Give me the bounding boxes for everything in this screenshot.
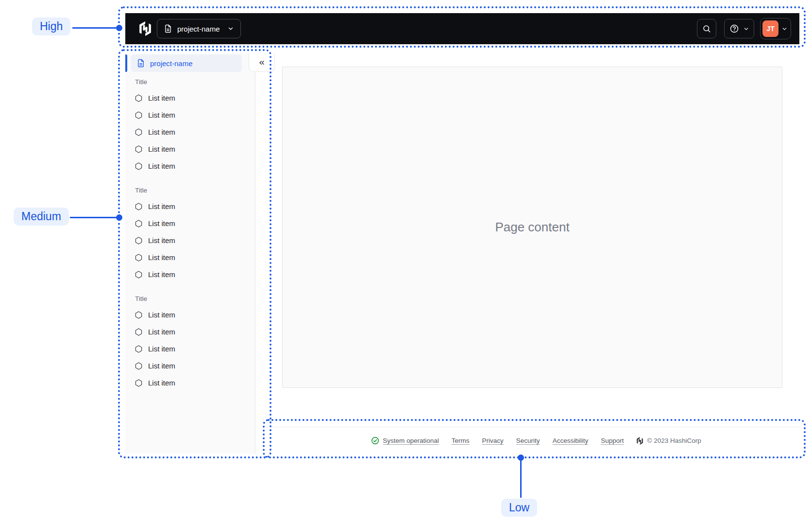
- sidebar-collapse-button[interactable]: [249, 53, 275, 72]
- help-menu-button[interactable]: [724, 19, 754, 38]
- chevron-down-icon: [781, 26, 788, 32]
- list-item-label: List item: [148, 236, 175, 245]
- help-icon: [729, 24, 739, 34]
- chevron-down-icon: [227, 25, 234, 32]
- hexagon-icon: [135, 362, 143, 370]
- page-content-area: Page content: [282, 67, 782, 388]
- annotation-connector-medium: [70, 217, 119, 218]
- app-frame-wireframe: project-name JT: [0, 0, 812, 524]
- sidebar-list-item[interactable]: List item: [125, 340, 255, 357]
- sidebar: project-name Title List item: [125, 53, 255, 454]
- collapse-double-chevron-left-icon: [258, 59, 266, 67]
- list-item-label: List item: [148, 162, 175, 170]
- system-status-link[interactable]: System operational: [371, 437, 439, 445]
- list-item-label: List item: [148, 145, 175, 153]
- active-item-indicator: [125, 54, 127, 72]
- top-navbar: project-name JT: [125, 13, 799, 44]
- section-title: Title: [125, 186, 255, 195]
- hexagon-icon: [135, 236, 143, 245]
- list-item-label: List item: [148, 128, 175, 136]
- list-item-label: List item: [148, 202, 175, 210]
- sidebar-list-item[interactable]: List item: [125, 157, 255, 175]
- hashicorp-logo: [636, 437, 643, 445]
- sidebar-list-item[interactable]: List item: [125, 357, 255, 374]
- sidebar-list-item[interactable]: List item: [125, 266, 255, 283]
- hexagon-icon: [135, 145, 143, 154]
- sidebar-section-1: Title List item List item: [125, 78, 255, 175]
- list-item-label: List item: [148, 219, 175, 227]
- hexagon-icon: [135, 328, 143, 336]
- footer-link[interactable]: Security: [516, 437, 540, 444]
- footer-link[interactable]: Accessibility: [553, 437, 589, 444]
- annotation-label-low: Low: [501, 499, 537, 517]
- sidebar-nav: Title List item List item: [125, 53, 255, 391]
- chevron-down-icon: [743, 26, 749, 32]
- annotation-dot-medium: [116, 214, 122, 221]
- hexagon-icon: [135, 311, 143, 319]
- check-circle-icon: [371, 437, 379, 445]
- file-text-icon: [136, 59, 145, 68]
- list-item-label: List item: [148, 345, 175, 353]
- hexagon-icon: [135, 345, 143, 353]
- hexagon-icon: [135, 253, 143, 262]
- annotation-dot-low: [518, 454, 524, 461]
- section-title: Title: [125, 78, 255, 87]
- annotation-dot-high: [116, 25, 122, 31]
- search-icon: [702, 24, 711, 33]
- annotation-connector-low: [520, 458, 522, 498]
- sidebar-section-3: Title List item List item: [125, 295, 255, 391]
- hexagon-icon: [135, 128, 143, 137]
- sidebar-list-item[interactable]: List item: [125, 123, 255, 140]
- sidebar-list-item[interactable]: List item: [125, 215, 255, 232]
- sidebar-section-2: Title List item List item: [125, 186, 255, 283]
- sidebar-project-label: project-name: [150, 59, 193, 68]
- sidebar-list-item[interactable]: List item: [125, 140, 255, 157]
- hexagon-icon: [135, 162, 143, 171]
- sidebar-list-item[interactable]: List item: [125, 89, 255, 106]
- footer-link[interactable]: Terms: [452, 437, 470, 444]
- sidebar-list-item[interactable]: List item: [125, 374, 255, 391]
- list-item-label: List item: [148, 328, 175, 336]
- system-status-label: System operational: [383, 437, 439, 444]
- project-switcher-button[interactable]: project-name: [157, 19, 241, 38]
- user-avatar: JT: [762, 20, 778, 37]
- sidebar-list-item[interactable]: List item: [125, 323, 255, 340]
- annotation-label-medium: Medium: [14, 208, 69, 226]
- user-menu-button[interactable]: JT: [760, 18, 791, 39]
- copyright-text: © 2023 HashiCorp: [647, 437, 701, 444]
- list-item-label: List item: [148, 311, 175, 319]
- hexagon-icon: [135, 202, 143, 211]
- sidebar-list-item[interactable]: List item: [125, 232, 255, 249]
- sidebar-list-item[interactable]: List item: [125, 306, 255, 323]
- page-content-placeholder: Page content: [495, 220, 569, 235]
- project-switcher-label: project-name: [177, 25, 220, 33]
- app-footer: System operational Terms Privacy Securit…: [271, 427, 801, 454]
- search-button[interactable]: [697, 19, 716, 38]
- footer-link[interactable]: Privacy: [482, 437, 504, 444]
- list-item-label: List item: [148, 94, 175, 102]
- list-item-label: List item: [148, 379, 175, 387]
- sidebar-list-item[interactable]: List item: [125, 106, 255, 123]
- list-item-label: List item: [148, 362, 175, 370]
- list-item-label: List item: [148, 270, 175, 279]
- footer-copyright: © 2023 HashiCorp: [636, 437, 701, 445]
- list-item-label: List item: [148, 111, 175, 119]
- hexagon-icon: [135, 379, 143, 387]
- sidebar-list-item[interactable]: List item: [125, 198, 255, 215]
- hexagon-icon: [135, 219, 143, 228]
- footer-link[interactable]: Support: [601, 437, 624, 444]
- sidebar-project-item[interactable]: project-name: [131, 54, 242, 72]
- hashicorp-logo: [138, 21, 152, 36]
- hexagon-icon: [135, 270, 143, 279]
- annotation-connector-high: [72, 27, 119, 29]
- section-title: Title: [125, 295, 255, 303]
- file-text-icon: [164, 24, 172, 33]
- annotation-label-high: High: [32, 17, 70, 35]
- list-item-label: List item: [148, 253, 175, 262]
- sidebar-list-item[interactable]: List item: [125, 249, 255, 266]
- hexagon-icon: [135, 111, 143, 120]
- hexagon-icon: [135, 94, 143, 103]
